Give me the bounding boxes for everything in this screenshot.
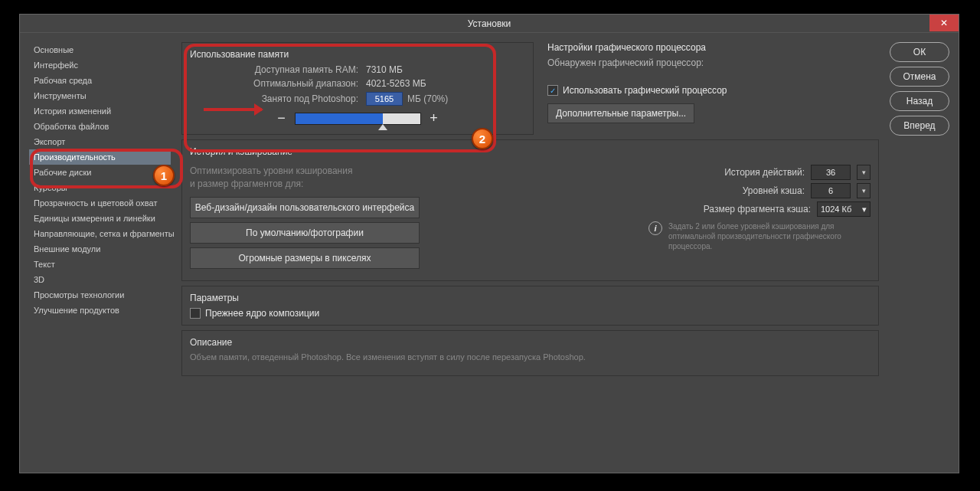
use-gpu-label: Использовать графический процессор bbox=[563, 85, 727, 96]
cache-info-text: Задать 2 или более уровней кэширования д… bbox=[668, 221, 871, 251]
sidebar-item-workspace[interactable]: Рабочая среда bbox=[29, 73, 171, 88]
description-title: Описание bbox=[190, 337, 871, 348]
ideal-range-label: Оптимальный диапазон: bbox=[190, 78, 358, 89]
sidebar-item-history[interactable]: История изменений bbox=[29, 103, 171, 119]
info-icon: i bbox=[648, 221, 662, 235]
titlebar: Установки ✕ bbox=[20, 15, 959, 33]
memory-increase-button[interactable]: + bbox=[429, 110, 439, 126]
options-section: Параметры Прежнее ядро композиции bbox=[181, 286, 879, 326]
sidebar-item-type[interactable]: Текст bbox=[29, 257, 171, 272]
legacy-compositing-label: Прежнее ядро композиции bbox=[205, 308, 319, 319]
cancel-button[interactable]: Отмена bbox=[890, 67, 949, 87]
description-text: Объем памяти, отведенный Photoshop. Все … bbox=[190, 352, 871, 362]
history-states-dropdown[interactable]: ▾ bbox=[857, 165, 871, 180]
preset-web-ui-button[interactable]: Веб-дизайн/дизайн пользовательского инте… bbox=[190, 197, 420, 218]
sidebar-item-guides[interactable]: Направляющие, сетка и фрагменты bbox=[29, 226, 171, 241]
preset-default-photos-button[interactable]: По умолчанию/фотографии bbox=[190, 222, 420, 244]
memory-slider[interactable] bbox=[295, 113, 421, 125]
cache-levels-label: Уровней кэша: bbox=[743, 185, 805, 196]
description-section: Описание Объем памяти, отведенный Photos… bbox=[181, 330, 879, 376]
let-photoshop-use-input[interactable] bbox=[366, 92, 403, 106]
gpu-advanced-button[interactable]: Дополнительные параметры... bbox=[547, 103, 694, 123]
close-button[interactable]: ✕ bbox=[929, 15, 959, 31]
legacy-compositing-checkbox[interactable] bbox=[190, 308, 201, 319]
sidebar-item-transparency[interactable]: Прозрачность и цветовой охват bbox=[29, 195, 171, 211]
sidebar-item-3d[interactable]: 3D bbox=[29, 272, 171, 287]
let-photoshop-use-label: Занято под Photoshop: bbox=[190, 93, 358, 104]
sidebar-item-units[interactable]: Единицы измерения и линейки bbox=[29, 211, 171, 226]
cache-levels-input[interactable] bbox=[811, 183, 851, 198]
chevron-down-icon: ▾ bbox=[862, 205, 867, 214]
use-gpu-checkbox[interactable]: ✓ bbox=[547, 85, 558, 96]
history-states-input[interactable] bbox=[811, 165, 851, 180]
ok-button[interactable]: ОК bbox=[890, 42, 949, 62]
cache-title: История и кэширование bbox=[190, 146, 871, 157]
cache-levels-dropdown[interactable]: ▾ bbox=[857, 183, 871, 198]
gpu-title: Настройки графического процессора bbox=[547, 42, 879, 53]
prev-button[interactable]: Назад bbox=[890, 91, 949, 111]
category-sidebar: Основные Интерфейс Рабочая среда Инструм… bbox=[29, 42, 171, 463]
ideal-range-value: 4021-5263 МБ bbox=[366, 78, 426, 89]
gpu-detected-label: Обнаружен графический процессор: bbox=[547, 57, 879, 68]
cache-tile-size-select[interactable]: 1024 Кб▾ bbox=[817, 201, 871, 217]
let-photoshop-use-unit: МБ (70%) bbox=[407, 93, 448, 104]
preset-huge-pixel-button[interactable]: Огромные размеры в пикселях bbox=[190, 247, 420, 269]
history-states-label: История действий: bbox=[724, 167, 805, 178]
sidebar-item-performance[interactable]: Производительность bbox=[29, 149, 171, 165]
sidebar-item-interface[interactable]: Интерфейс bbox=[29, 57, 171, 73]
dialog-buttons: ОК Отмена Назад Вперед bbox=[890, 42, 949, 463]
cache-optimize-hint: Оптимизировать уровни кэширования и разм… bbox=[190, 165, 519, 191]
sidebar-item-filehandling[interactable]: Обработка файлов bbox=[29, 119, 171, 134]
available-ram-value: 7310 МБ bbox=[366, 64, 403, 75]
sidebar-item-plugins[interactable]: Внешние модули bbox=[29, 241, 171, 257]
sidebar-item-general[interactable]: Основные bbox=[29, 42, 171, 57]
history-cache-section: История и кэширование Оптимизировать уро… bbox=[181, 139, 879, 281]
memory-title: Использование памяти bbox=[190, 49, 525, 60]
memory-usage-section: Использование памяти Доступная память RA… bbox=[181, 42, 534, 135]
gpu-settings-section: Настройки графического процессора Обнару… bbox=[547, 42, 879, 135]
memory-slider-fill bbox=[296, 113, 383, 124]
sidebar-item-tools[interactable]: Инструменты bbox=[29, 88, 171, 103]
sidebar-item-export[interactable]: Экспорт bbox=[29, 134, 171, 149]
cache-tile-size-label: Размер фрагмента кэша: bbox=[704, 204, 811, 214]
available-ram-label: Доступная память RAM: bbox=[190, 64, 358, 75]
preferences-dialog: Установки ✕ Основные Интерфейс Рабочая с… bbox=[19, 14, 959, 473]
sidebar-item-product-improvement[interactable]: Улучшение продуктов bbox=[29, 303, 171, 318]
next-button[interactable]: Вперед bbox=[890, 116, 949, 136]
memory-slider-handle[interactable] bbox=[378, 124, 387, 130]
sidebar-item-cursors[interactable]: Курсоры bbox=[29, 180, 171, 195]
sidebar-item-tech-previews[interactable]: Просмотры технологии bbox=[29, 287, 171, 303]
sidebar-item-scratch[interactable]: Рабочие диски bbox=[29, 165, 171, 180]
options-title: Параметры bbox=[190, 293, 871, 303]
annotation-arrow-icon bbox=[204, 108, 262, 111]
window-title: Установки bbox=[468, 18, 511, 29]
memory-decrease-button[interactable]: − bbox=[276, 110, 287, 126]
